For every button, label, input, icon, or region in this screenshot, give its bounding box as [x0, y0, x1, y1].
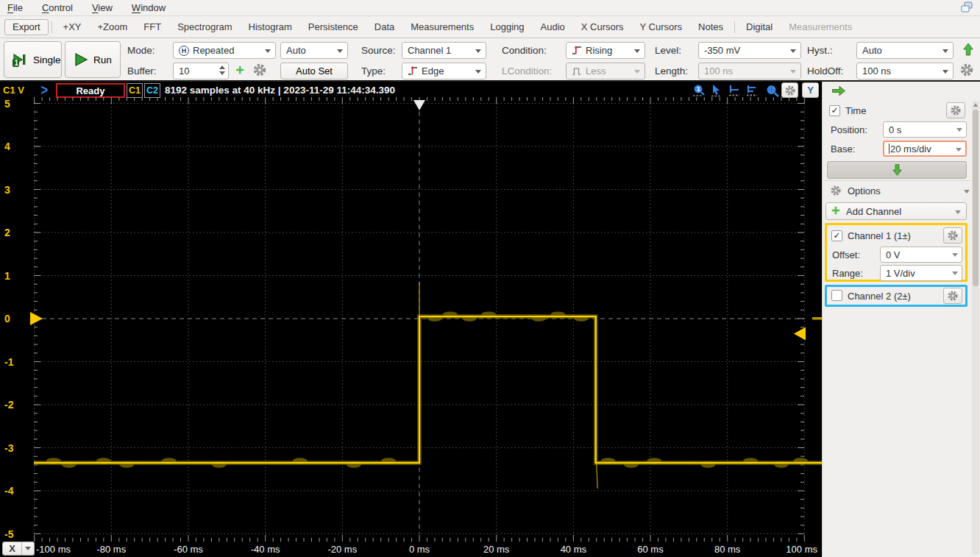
- trigger-level-marker[interactable]: [794, 327, 806, 340]
- window-restore-icon[interactable]: [959, 1, 974, 16]
- chevron-down-icon[interactable]: [964, 190, 970, 194]
- collapse-section-button[interactable]: [827, 161, 967, 179]
- channel-settings-panel: ✓ Time Position: 0 s Base: 20 ms/div Opt…: [822, 82, 980, 557]
- chevron-down-icon: [265, 49, 271, 53]
- y-axis-tick-label: -3: [4, 442, 14, 454]
- channel1-offset-marker[interactable]: [30, 312, 43, 325]
- tab-notes[interactable]: Notes: [690, 21, 731, 32]
- scopy-oscilloscope-app: FileControlViewWindow Export +XY+ZoomFFT…: [0, 0, 980, 557]
- menu-window[interactable]: Window: [132, 2, 166, 13]
- plus-icon: +: [831, 204, 840, 217]
- apply-up-arrow-icon[interactable]: [961, 42, 976, 57]
- time-settings-gear-button[interactable]: [946, 102, 965, 118]
- repeated-mode-icon: H: [179, 46, 189, 56]
- add-buffer-icon[interactable]: +: [232, 63, 247, 77]
- channel1-offset-select[interactable]: 0 V: [880, 246, 962, 263]
- channel1-checkbox[interactable]: ✓: [831, 230, 842, 241]
- channel1-range-select[interactable]: 1 V/div: [880, 265, 962, 281]
- offset-label: Offset:: [832, 249, 860, 260]
- x-axis-tick-label: 100 ms: [786, 544, 817, 555]
- time-checkbox[interactable]: ✓: [829, 105, 840, 116]
- mode-aux-select[interactable]: Auto: [280, 42, 348, 59]
- svg-text:1: 1: [14, 59, 18, 67]
- spinner-arrows-icon[interactable]: [219, 65, 225, 75]
- single-button[interactable]: 1 Single: [4, 41, 62, 78]
- menu-control[interactable]: Control: [42, 2, 73, 13]
- channel2-header[interactable]: Channel 2 (2±): [848, 291, 911, 302]
- tab-persistence[interactable]: Persistence: [300, 21, 366, 32]
- x-axis-dropdown-button[interactable]: [22, 542, 35, 556]
- tab-digital[interactable]: Digital: [738, 21, 781, 32]
- x-axis-tick-label: 40 ms: [561, 544, 587, 555]
- add-channel-button[interactable]: + Add Channel: [825, 202, 967, 220]
- tab-x-cursors[interactable]: X Cursors: [573, 21, 632, 32]
- channel1-header[interactable]: Channel 1 (1±): [848, 230, 911, 241]
- mode-label: Mode:: [127, 42, 155, 59]
- mode-aux-value: Auto: [286, 45, 306, 56]
- channel1-settings-gear-button[interactable]: [943, 227, 962, 244]
- tab-measurements[interactable]: Measurements: [402, 21, 482, 32]
- source-value: Channel 1: [408, 45, 451, 56]
- x-axis-tick-label: 60 ms: [637, 544, 664, 555]
- trigger-position-marker[interactable]: [413, 100, 425, 110]
- position-label: Position:: [831, 124, 867, 135]
- tab-separator-digital: [734, 21, 735, 33]
- tab-audio[interactable]: Audio: [533, 21, 573, 32]
- x-axis-tick-label: -60 ms: [174, 544, 203, 555]
- waveform-plot[interactable]: -100 ms-80 ms-60 ms-40 ms-20 ms0 ms20 ms…: [0, 96, 822, 557]
- holdoff-select[interactable]: 100 ns: [856, 63, 954, 79]
- tab--xy[interactable]: +XY: [55, 21, 90, 32]
- tab-logging[interactable]: Logging: [482, 21, 532, 32]
- holdoff-label: HoldOff:: [807, 63, 843, 79]
- tab-data[interactable]: Data: [366, 21, 402, 32]
- channel2-settings-gear-button[interactable]: [943, 288, 962, 304]
- tab-histogram[interactable]: Histogram: [241, 21, 300, 32]
- time-position-select[interactable]: 0 s: [883, 121, 967, 138]
- run-button[interactable]: Run: [65, 41, 121, 78]
- base-value: 20 ms/div: [890, 143, 931, 155]
- instrument-tab-bar: Export +XY+ZoomFFTSpectrogramHistogramPe…: [0, 16, 980, 38]
- chevron-down-icon: [956, 128, 962, 132]
- options-header[interactable]: Options: [848, 185, 881, 196]
- trigger-level-select[interactable]: -350 mV: [698, 42, 801, 59]
- hysteresis-select[interactable]: Auto: [856, 42, 954, 59]
- chevron-down-icon: [337, 49, 343, 53]
- trigger-length-select: 100 ns: [698, 63, 801, 79]
- mode-select[interactable]: H Repeated: [173, 42, 276, 59]
- menu-file[interactable]: File: [7, 2, 23, 13]
- svg-text:1: 1: [697, 85, 700, 93]
- y-axis-tick-label: -4: [4, 485, 14, 497]
- chevron-down-icon: [790, 70, 796, 74]
- panel-collapse-right-arrow-icon[interactable]: [830, 85, 848, 99]
- buffer-settings-gear-icon[interactable]: [252, 63, 267, 77]
- buffer-spinbox[interactable]: 10: [173, 63, 229, 79]
- export-button[interactable]: Export: [4, 19, 49, 35]
- tab-spectrogram[interactable]: Spectrogram: [169, 21, 240, 32]
- trigger-condition-select[interactable]: Rising: [566, 42, 645, 59]
- tab-fft[interactable]: FFT: [135, 21, 169, 32]
- chevron-down-icon: [952, 253, 958, 257]
- trigger-type-select[interactable]: Edge: [402, 63, 486, 79]
- auto-set-button[interactable]: Auto Set: [280, 63, 348, 79]
- tab-y-cursors[interactable]: Y Cursors: [632, 21, 691, 32]
- buffer-label: Buffer:: [127, 63, 157, 79]
- x-axis-tick-label: 0 ms: [409, 544, 430, 555]
- x-axis-tick-label: -80 ms: [96, 544, 126, 555]
- lcondition-value: Less: [586, 65, 606, 77]
- y-axis-tick-label: 4: [4, 141, 10, 152]
- menu-view[interactable]: View: [92, 2, 113, 13]
- time-base-select[interactable]: 20 ms/div: [883, 141, 967, 157]
- level-value: -350 mV: [704, 45, 740, 56]
- scrollbar-thumb[interactable]: [973, 110, 979, 286]
- gear-icon: [784, 85, 796, 96]
- tab--zoom[interactable]: +Zoom: [90, 21, 136, 32]
- x-axis-tick-label: -40 ms: [251, 544, 280, 555]
- channel2-checkbox[interactable]: [831, 290, 842, 301]
- panel-scrollbar[interactable]: [972, 101, 979, 555]
- trigger-source-select[interactable]: Channel 1: [402, 42, 486, 59]
- chevron-down-icon: [25, 547, 31, 550]
- x-axis-button[interactable]: X: [2, 542, 22, 556]
- scrollbar-up-icon[interactable]: [973, 103, 978, 107]
- single-capture-icon: 1: [12, 52, 29, 68]
- trigger-settings-gear-icon[interactable]: [959, 63, 974, 77]
